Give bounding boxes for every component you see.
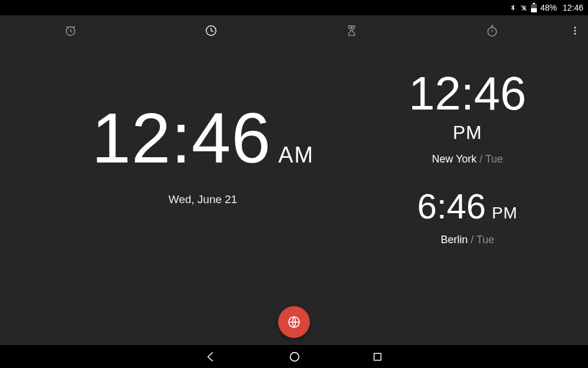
- local-time-value: 12:46: [92, 98, 271, 177]
- recents-button[interactable]: [372, 351, 383, 363]
- world-ampm: PM: [376, 122, 559, 144]
- svg-rect-2: [531, 8, 537, 12]
- tab-stopwatch[interactable]: [422, 15, 562, 48]
- stopwatch-icon: [486, 24, 499, 39]
- battery-icon: [531, 3, 537, 12]
- svg-point-9: [574, 32, 576, 34]
- globe-icon: [287, 315, 301, 329]
- world-city: New York: [432, 153, 476, 165]
- local-time: 12:46AM: [68, 102, 338, 173]
- tab-alarm[interactable]: [0, 15, 141, 48]
- world-day: Tue: [476, 234, 494, 246]
- more-vert-icon: [570, 25, 580, 38]
- world-clock-list: 12:46 PM New York / Tue 6:46PM Berlin / …: [376, 70, 559, 270]
- svg-rect-3: [533, 3, 535, 4]
- tab-timer[interactable]: [281, 15, 422, 48]
- tab-clock[interactable]: [141, 15, 281, 48]
- tab-bar: [0, 15, 588, 48]
- world-city: Berlin: [440, 234, 467, 246]
- alarm-icon: [64, 24, 77, 39]
- overflow-menu-button[interactable]: [562, 15, 588, 48]
- world-label: Berlin / Tue: [376, 234, 559, 246]
- local-clock: 12:46AM Wed, June 21: [68, 102, 338, 206]
- svg-rect-12: [374, 353, 381, 360]
- status-time: 12:46: [563, 3, 583, 12]
- svg-point-7: [574, 26, 576, 28]
- clock-content: 12:46AM Wed, June 21 12:46 PM New York /…: [0, 48, 588, 345]
- clock-app: 12:46AM Wed, June 21 12:46 PM New York /…: [0, 15, 588, 345]
- world-time: 12:46: [376, 70, 559, 117]
- world-ampm: PM: [492, 204, 517, 222]
- world-day: Tue: [485, 153, 503, 165]
- clock-icon: [205, 24, 218, 39]
- local-ampm: AM: [278, 142, 314, 167]
- svg-point-8: [574, 29, 576, 31]
- world-clock-berlin[interactable]: 6:46PM Berlin / Tue: [376, 189, 559, 246]
- world-time: 6:46PM: [376, 189, 559, 224]
- home-button[interactable]: [288, 350, 301, 363]
- battery-percent: 48%: [540, 3, 557, 12]
- android-status-bar: 48% 12:46: [0, 0, 588, 15]
- back-button[interactable]: [205, 350, 218, 363]
- world-label: New York / Tue: [376, 153, 559, 165]
- android-nav-bar: [0, 345, 588, 368]
- world-clock-newyork[interactable]: 12:46 PM New York / Tue: [376, 70, 559, 165]
- hourglass-icon: [346, 25, 358, 39]
- svg-point-11: [290, 352, 299, 361]
- no-sim-icon: [520, 4, 527, 12]
- add-world-clock-fab[interactable]: [278, 306, 310, 338]
- local-date: Wed, June 21: [68, 193, 338, 206]
- bluetooth-icon: [509, 3, 516, 12]
